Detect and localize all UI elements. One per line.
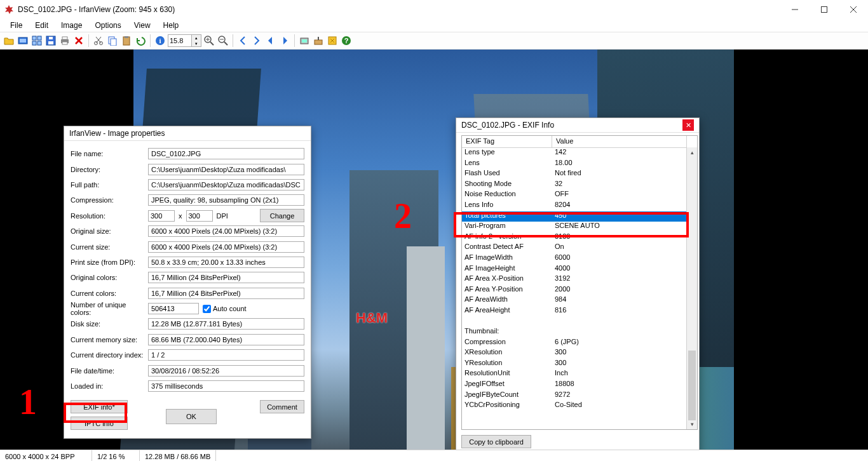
copy-icon[interactable] [106, 34, 119, 47]
exif-info-dialog[interactable]: DSC_0102.JPG - EXIF Info ✕ EXIF Tag Valu… [456, 117, 700, 450]
exif-row[interactable]: AF ImageHeight4000 [462, 264, 697, 275]
exif-table[interactable]: EXIF Tag Value Lens type142Lens18.00Flas… [461, 135, 698, 430]
exif-row[interactable]: AF Area Y-Position2000 [462, 285, 697, 296]
prev-file-icon[interactable] [264, 34, 277, 47]
field-full-path[interactable]: C:\Users\juanm\Desktop\Zuza modificadas\… [148, 179, 304, 190]
menu-options[interactable]: Options [88, 20, 127, 31]
print-icon[interactable] [58, 34, 71, 47]
exif-row[interactable]: Flash UsedNot fired [462, 169, 697, 180]
field-disk-size[interactable]: 12.28 MB (12.877.181 Bytes) [148, 318, 304, 330]
exif-row[interactable]: Contrast Detect AFOn [462, 243, 697, 253]
exif-row[interactable]: Thumbnail: [462, 327, 697, 338]
menu-help[interactable]: Help [157, 20, 186, 31]
field-unique-colors[interactable]: 506413 [148, 303, 199, 314]
exif-col-value[interactable]: Value [552, 136, 687, 147]
exif-row[interactable]: ResolutionUnitInch [462, 369, 697, 380]
ok-button[interactable]: OK [166, 409, 217, 424]
zoom-input[interactable]: ▴▾ [168, 34, 201, 47]
exif-row[interactable]: AF info 2 - version0100 [462, 232, 697, 243]
thumbnails-icon[interactable] [31, 34, 43, 47]
scan-icon[interactable] [298, 34, 311, 47]
exif-scrollbar[interactable]: ▴ ▾ [686, 147, 697, 429]
field-dir-index[interactable]: 1 / 2 [148, 349, 304, 361]
exif-row[interactable]: YResolution300 [462, 359, 697, 370]
exif-tag: XResolution [462, 348, 552, 359]
auto-count-checkbox[interactable]: Auto count [203, 305, 247, 313]
menu-file[interactable]: File [4, 20, 29, 31]
prev-page-icon[interactable] [236, 34, 249, 47]
exif-row[interactable]: Lens18.00 [462, 159, 697, 170]
exif-row[interactable]: Lens Info8204 [462, 201, 697, 211]
image-properties-dialog[interactable]: IrfanView - Image properties File name:D… [64, 126, 311, 439]
close-button[interactable] [839, 0, 868, 19]
menu-edit[interactable]: Edit [29, 20, 55, 31]
menu-view[interactable]: View [128, 20, 157, 31]
field-res-x[interactable] [148, 210, 175, 222]
field-directory[interactable]: C:\Users\juanm\Desktop\Zuza modificadas\ [148, 164, 304, 175]
field-print-size[interactable]: 50.8 x 33.9 cm; 20.00 x 13.33 inches [148, 257, 304, 268]
exif-title-bar[interactable]: DSC_0102.JPG - EXIF Info ✕ [456, 118, 699, 133]
cut-icon[interactable] [92, 34, 105, 47]
scroll-thumb[interactable] [688, 351, 696, 420]
iptc-info-button[interactable]: IPTC info [71, 417, 128, 430]
field-original-colors[interactable]: 16,7 Million (24 BitsPerPixel) [148, 272, 304, 283]
exif-row[interactable]: AF AreaWidth984 [462, 295, 697, 306]
exif-row[interactable]: Total pictures450 [462, 211, 697, 222]
change-button[interactable]: Change [260, 209, 304, 222]
maximize-button[interactable] [810, 0, 839, 19]
save-icon[interactable] [44, 34, 57, 47]
delete-icon[interactable] [72, 34, 85, 47]
exif-row[interactable] [462, 411, 697, 422]
about-icon[interactable]: ? [340, 34, 353, 47]
undo-icon[interactable] [134, 34, 147, 47]
field-current-memory[interactable]: 68.66 MB (72.000.040 Bytes) [148, 334, 304, 345]
next-page-icon[interactable] [250, 34, 263, 47]
exif-row[interactable]: AF ImageWidth6000 [462, 253, 697, 264]
settings-icon[interactable] [326, 34, 339, 47]
exif-row[interactable]: Vari-ProgramSCENE AUTO [462, 222, 697, 232]
zoom-out-icon[interactable] [217, 34, 229, 47]
zoom-down[interactable]: ▾ [192, 41, 201, 46]
exif-row[interactable]: Lens type142 [462, 148, 697, 159]
exif-col-tag[interactable]: EXIF Tag [462, 136, 552, 147]
properties-title[interactable]: IrfanView - Image properties [64, 126, 311, 141]
exif-row[interactable]: Compression6 (JPG) [462, 338, 697, 349]
exif-tag: Vari-Program [462, 222, 552, 232]
exif-row[interactable]: JpegIFOffset18808 [462, 380, 697, 391]
exif-row[interactable] [462, 317, 697, 328]
next-file-icon[interactable] [278, 34, 291, 47]
field-file-name[interactable]: DSC_0102.JPG [148, 148, 304, 159]
paste-icon[interactable] [120, 34, 133, 47]
zoom-value[interactable] [168, 37, 191, 44]
field-original-size[interactable]: 6000 x 4000 Pixels (24.00 MPixels) (3:2) [148, 225, 304, 237]
zoom-up[interactable]: ▴ [192, 35, 201, 41]
exif-info-button[interactable]: EXIF info* [71, 400, 128, 413]
exif-close-button[interactable]: ✕ [682, 119, 694, 131]
field-compression[interactable]: JPEG, quality: 98, subsampling ON (2x1) [148, 194, 304, 206]
field-loaded-in[interactable]: 375 milliseconds [148, 380, 304, 392]
exif-rows[interactable]: Lens type142Lens18.00Flash UsedNot fired… [462, 148, 697, 422]
field-current-colors[interactable]: 16,7 Million (24 BitsPerPixel) [148, 288, 304, 299]
exif-row[interactable]: JpegIFByteCount9272 [462, 391, 697, 401]
info-icon[interactable]: i [154, 34, 166, 47]
scroll-up-icon[interactable]: ▴ [687, 147, 697, 157]
slideshow-icon[interactable] [17, 34, 29, 47]
exif-row[interactable]: Shooting Mode32 [462, 180, 697, 190]
exif-row[interactable]: XResolution300 [462, 348, 697, 359]
minimize-button[interactable] [780, 0, 810, 19]
exif-row[interactable]: Noise ReductionOFF [462, 190, 697, 201]
exif-row[interactable]: YCbCrPositioningCo-Sited [462, 401, 697, 411]
comment-button[interactable]: Comment [260, 400, 304, 413]
field-current-size[interactable]: 6000 x 4000 Pixels (24.00 MPixels) (3:2) [148, 241, 304, 253]
open-icon[interactable] [3, 34, 15, 47]
copy-to-clipboard-button[interactable]: Copy to clipboard [461, 435, 531, 448]
scroll-down-icon[interactable]: ▾ [687, 419, 697, 429]
field-file-datetime[interactable]: 30/08/2016 / 08:52:26 [148, 365, 304, 377]
auto-count-input[interactable] [203, 305, 211, 313]
exif-row[interactable]: AF AreaHeight816 [462, 306, 697, 317]
menu-image[interactable]: Image [55, 20, 88, 31]
field-res-y[interactable] [186, 210, 213, 222]
exif-row[interactable]: AF Area X-Position3192 [462, 274, 697, 285]
paint-icon[interactable] [312, 34, 325, 47]
zoom-in-icon[interactable] [203, 34, 215, 47]
